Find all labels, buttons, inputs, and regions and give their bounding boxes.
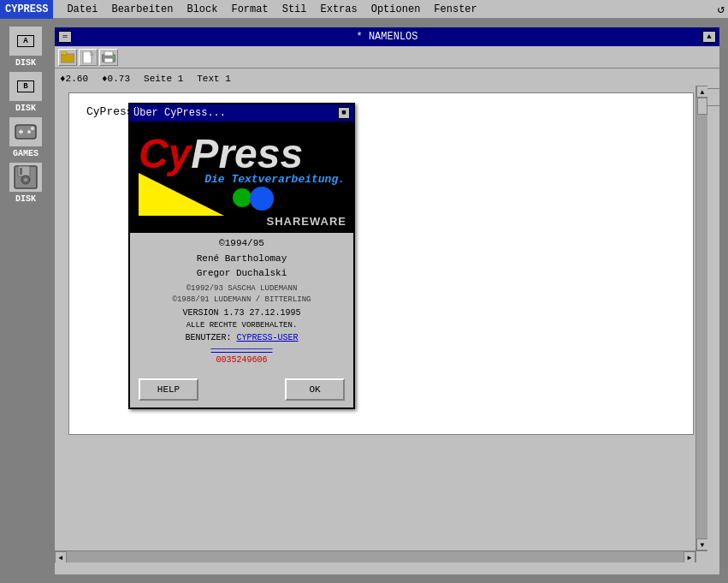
scroll-left-button[interactable]: ◄: [55, 551, 67, 562]
about-dialog: Über CyPress... ■ CyPress Die Textverarb…: [128, 103, 355, 409]
toolbar-print-icon[interactable]: [99, 49, 118, 66]
cypress-logo: CyPress: [139, 130, 303, 177]
scroll-up-button[interactable]: ▲: [696, 86, 707, 98]
svg-rect-4: [21, 130, 22, 134]
about-graphic: CyPress Die Textverarbeitung. SHAREWARE: [130, 122, 353, 233]
games-text: GAMES: [5, 149, 46, 158]
ok-button[interactable]: OK: [285, 378, 345, 401]
copyright-main: ©1994/95: [139, 238, 345, 248]
position-x: ♦2.60: [60, 74, 88, 84]
sidebar-item-disk2[interactable]: DISK: [5, 162, 46, 204]
toolbar-folder-icon[interactable]: [58, 49, 77, 66]
logo-tagline: Die Textverarbeitung.: [204, 173, 345, 186]
disk-a-text: DISK: [5, 58, 46, 68]
position-y: ♦0.73: [102, 74, 130, 84]
scroll-track-vertical[interactable]: [696, 98, 707, 538]
toolbar-new-icon[interactable]: [79, 49, 98, 66]
version-info: VERSION 1.73 27.12.1995: [139, 308, 345, 318]
main-window-title: * NAMENLOS: [356, 31, 417, 43]
scroll-down-button[interactable]: ▼: [696, 538, 707, 550]
serial-number: 0035249606: [139, 355, 345, 365]
about-title-bar: Über CyPress... ■: [130, 104, 353, 122]
menu-extras[interactable]: Extras: [314, 0, 364, 19]
author-2: Gregor Duchalski: [139, 266, 345, 281]
menu-fenster[interactable]: Fenster: [427, 0, 483, 19]
menu-stil[interactable]: Stil: [275, 0, 314, 19]
rights-text: ALLE RECHTE VORBEHALTEN.: [139, 321, 345, 330]
about-content: ©1994/95 René Bartholomay Gregor Duchals…: [130, 233, 353, 375]
sidebar-item-disk-b[interactable]: B DISK: [5, 71, 46, 113]
svg-point-9: [24, 178, 27, 181]
logo-triangle: [139, 173, 224, 216]
svg-rect-14: [104, 51, 113, 56]
main-toolbar: [55, 46, 719, 68]
scroll-right-button[interactable]: ►: [684, 551, 695, 562]
refresh-icon[interactable]: ↺: [718, 2, 725, 16]
disk-b-label: B: [17, 80, 34, 92]
logo-circle-blue: [250, 187, 274, 211]
vertical-scrollbar[interactable]: ▲ ▼: [695, 86, 707, 550]
user-dashes: ————————————: [139, 344, 345, 354]
user-label: BENUTZER:: [185, 333, 231, 342]
main-maximize-button[interactable]: ▲: [702, 31, 716, 43]
disk2-text: DISK: [5, 194, 46, 204]
scrollbar-corner: [695, 550, 707, 562]
menu-optionen[interactable]: Optionen: [364, 0, 428, 19]
copyright-small-1: ©1992/93 SASCHA LUDEMANN: [139, 283, 345, 294]
author-1: René Bartholomay: [139, 252, 345, 266]
help-button[interactable]: HELP: [139, 378, 198, 401]
menu-datei[interactable]: Datei: [60, 0, 104, 19]
svg-point-2: [31, 127, 34, 130]
sidebar: A DISK B DISK GAMES: [0, 19, 51, 583]
authors: René Bartholomay Gregor Duchalski: [139, 252, 345, 280]
menu-bearbeiten[interactable]: Bearbeiten: [104, 0, 180, 19]
about-buttons: HELP OK: [130, 375, 353, 408]
svg-rect-7: [20, 168, 22, 175]
user-value: CYPRESS-USER: [237, 333, 299, 342]
disk-b-icon: B: [9, 71, 43, 102]
scroll-thumb-vertical[interactable]: [697, 98, 707, 115]
menubar: CYPRESS Datei Bearbeiten Block Format St…: [0, 0, 728, 19]
user-row: BENUTZER: CYPRESS-USER: [139, 333, 345, 342]
logo-press: Press: [191, 131, 303, 176]
svg-rect-15: [104, 58, 113, 62]
main-close-button[interactable]: ═: [58, 31, 72, 43]
svg-point-16: [112, 56, 115, 58]
sidebar-item-games[interactable]: GAMES: [5, 116, 46, 158]
svg-point-1: [27, 130, 31, 134]
disk-b-text: DISK: [5, 104, 46, 113]
menu-format[interactable]: Format: [224, 0, 275, 19]
shareware-label: SHAREWARE: [266, 215, 346, 228]
about-close-button[interactable]: ■: [338, 107, 350, 119]
disk-a-label: A: [17, 35, 34, 47]
games-icon: [9, 116, 43, 147]
app-logo: CYPRESS: [0, 0, 53, 19]
disk2-icon: [9, 162, 43, 193]
logo-cy: Cy: [139, 131, 191, 176]
page-indicator: Seite 1: [144, 74, 183, 84]
copyright-small-2: ©1988/91 LUDEMANN / BITTERLING: [139, 294, 345, 306]
about-title-text: Über CyPress...: [133, 107, 226, 119]
logo-circle-green: [233, 188, 252, 207]
main-title-bar: ═ * NAMENLOS ▲: [55, 27, 719, 46]
copyright-small: ©1992/93 SASCHA LUDEMANN ©1988/91 LUDEMA…: [139, 283, 345, 305]
sidebar-item-disk-a[interactable]: A DISK: [5, 26, 46, 68]
scroll-track-horizontal[interactable]: [67, 551, 684, 562]
menu-block[interactable]: Block: [180, 0, 224, 19]
text-indicator: Text 1: [197, 74, 231, 84]
disk-a-icon: A: [9, 26, 43, 57]
svg-rect-11: [61, 51, 67, 55]
horizontal-scrollbar[interactable]: ◄ ►: [55, 550, 695, 562]
